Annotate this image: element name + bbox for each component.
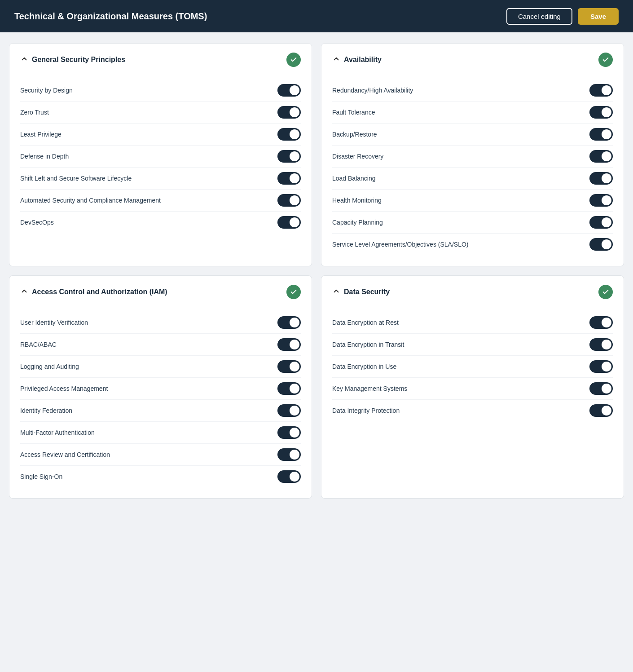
toggle-switch[interactable] bbox=[277, 338, 301, 351]
toggle-row: Key Management Systems bbox=[332, 378, 613, 400]
toggle-slider bbox=[277, 150, 301, 163]
toggle-label: User Identity Verification bbox=[20, 319, 277, 326]
toggle-switch[interactable] bbox=[589, 382, 613, 395]
toggle-label: Shift Left and Secure Software Lifecycle bbox=[20, 175, 277, 182]
section-header-availability: Availability bbox=[332, 53, 613, 72]
toggle-label: Single Sign-On bbox=[20, 473, 277, 480]
section-title-group-access-control: Access Control and Authorization (IAM) bbox=[20, 287, 167, 297]
toggle-switch[interactable] bbox=[277, 316, 301, 329]
toggle-row: Zero Trust bbox=[20, 102, 301, 124]
toggle-label: Data Integrity Protection bbox=[332, 407, 589, 414]
toggle-slider bbox=[277, 426, 301, 439]
toggle-switch[interactable] bbox=[589, 172, 613, 185]
toggle-switch[interactable] bbox=[277, 360, 301, 373]
toggle-row: DevSecOps bbox=[20, 212, 301, 233]
cancel-editing-button[interactable]: Cancel editing bbox=[506, 8, 572, 25]
toggle-switch[interactable] bbox=[277, 128, 301, 141]
toggle-row: Logging and Auditing bbox=[20, 356, 301, 378]
toggle-row: Backup/Restore bbox=[332, 124, 613, 146]
section-title-data-security: Data Security bbox=[344, 288, 390, 296]
toggle-label: Automated Security and Compliance Manage… bbox=[20, 197, 277, 204]
section-title-group-data-security: Data Security bbox=[332, 287, 390, 297]
panel-row-1: General Security PrinciplesSecurity by D… bbox=[9, 43, 624, 266]
toggle-switch[interactable] bbox=[277, 470, 301, 483]
toggle-slider bbox=[277, 84, 301, 97]
toggle-switch[interactable] bbox=[277, 84, 301, 97]
toggle-switch[interactable] bbox=[589, 238, 613, 251]
toggle-label: Data Encryption in Transit bbox=[332, 341, 589, 348]
toggle-switch[interactable] bbox=[277, 216, 301, 229]
toggle-slider bbox=[277, 216, 301, 229]
toggle-row: Data Encryption at Rest bbox=[332, 312, 613, 334]
toggle-switch[interactable] bbox=[589, 316, 613, 329]
section-title-general-security: General Security Principles bbox=[32, 56, 125, 64]
page-title: Technical & Organizational Measures (TOM… bbox=[14, 11, 207, 22]
toggle-slider bbox=[277, 128, 301, 141]
toggle-label: Backup/Restore bbox=[332, 131, 589, 138]
toggle-switch[interactable] bbox=[589, 150, 613, 163]
toggle-row: Data Integrity Protection bbox=[332, 400, 613, 421]
toggle-row: Health Monitoring bbox=[332, 190, 613, 212]
toggle-switch[interactable] bbox=[277, 382, 301, 395]
section-check-badge bbox=[598, 285, 613, 299]
toggle-row: Automated Security and Compliance Manage… bbox=[20, 190, 301, 212]
toggle-slider bbox=[589, 150, 613, 163]
toggle-switch[interactable] bbox=[277, 194, 301, 207]
toggle-label: Disaster Recovery bbox=[332, 153, 589, 160]
toggle-slider bbox=[277, 194, 301, 207]
page-header: Technical & Organizational Measures (TOM… bbox=[0, 0, 633, 32]
toggle-switch[interactable] bbox=[589, 194, 613, 207]
toggle-switch[interactable] bbox=[277, 172, 301, 185]
toggle-switch[interactable] bbox=[277, 150, 301, 163]
save-button[interactable]: Save bbox=[578, 8, 619, 25]
toggle-row: Disaster Recovery bbox=[332, 146, 613, 168]
toggle-switch[interactable] bbox=[589, 84, 613, 97]
toggle-switch[interactable] bbox=[589, 106, 613, 119]
toggle-row: Defense in Depth bbox=[20, 146, 301, 168]
toggle-row: Single Sign-On bbox=[20, 466, 301, 487]
toggle-switch[interactable] bbox=[589, 360, 613, 373]
chevron-up-icon bbox=[20, 55, 28, 65]
chevron-up-icon bbox=[332, 287, 340, 297]
toggle-switch[interactable] bbox=[589, 128, 613, 141]
toggle-label: Multi-Factor Authentication bbox=[20, 429, 277, 436]
toggle-label: Redundancy/High Availability bbox=[332, 87, 589, 94]
toggle-slider bbox=[589, 382, 613, 395]
toggle-label: Fault Tolerance bbox=[332, 109, 589, 116]
toggle-row: Fault Tolerance bbox=[332, 102, 613, 124]
toggle-label: Security by Design bbox=[20, 87, 277, 94]
toggle-slider bbox=[277, 448, 301, 461]
section-header-access-control: Access Control and Authorization (IAM) bbox=[20, 285, 301, 305]
toggle-slider bbox=[589, 84, 613, 97]
toggle-switch[interactable] bbox=[277, 426, 301, 439]
panel-access-control: Access Control and Authorization (IAM)Us… bbox=[9, 275, 312, 499]
section-header-general-security: General Security Principles bbox=[20, 53, 301, 72]
toggle-label: Privileged Access Management bbox=[20, 385, 277, 392]
toggle-label: Health Monitoring bbox=[332, 197, 589, 204]
toggle-switch[interactable] bbox=[589, 338, 613, 351]
panel-row-2: Access Control and Authorization (IAM)Us… bbox=[9, 275, 624, 499]
toggle-switch[interactable] bbox=[277, 448, 301, 461]
toggle-slider bbox=[277, 470, 301, 483]
toggle-switch[interactable] bbox=[589, 216, 613, 229]
section-title-group-general-security: General Security Principles bbox=[20, 55, 125, 65]
toggle-slider bbox=[277, 106, 301, 119]
toggle-slider bbox=[589, 360, 613, 373]
toggle-switch[interactable] bbox=[277, 404, 301, 417]
toggle-slider bbox=[589, 216, 613, 229]
header-actions: Cancel editing Save bbox=[506, 8, 619, 25]
section-check-badge bbox=[598, 53, 613, 67]
toggle-slider bbox=[589, 194, 613, 207]
toggle-row: Load Balancing bbox=[332, 168, 613, 190]
toggle-switch[interactable] bbox=[589, 404, 613, 417]
toggle-row: Data Encryption in Use bbox=[332, 356, 613, 378]
toggle-label: Access Review and Certification bbox=[20, 451, 277, 458]
toggle-label: Service Level Agreements/Objectives (SLA… bbox=[332, 241, 589, 248]
toggle-switch[interactable] bbox=[277, 106, 301, 119]
toggle-label: Load Balancing bbox=[332, 175, 589, 182]
toggle-row: Privileged Access Management bbox=[20, 378, 301, 400]
toggle-slider bbox=[589, 404, 613, 417]
toggle-label: RBAC/ABAC bbox=[20, 341, 277, 348]
toggle-row: Multi-Factor Authentication bbox=[20, 422, 301, 444]
toggle-row: Data Encryption in Transit bbox=[332, 334, 613, 356]
